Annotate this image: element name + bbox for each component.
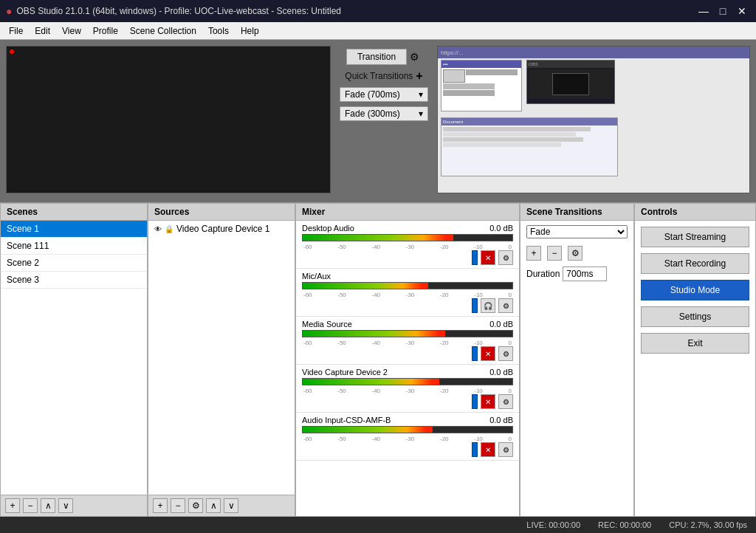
menu-profile[interactable]: Profile: [87, 24, 124, 38]
meter-fill-mic: [303, 283, 428, 289]
mixer-fader-desktop[interactable]: [472, 250, 478, 265]
gear-btn-vcam2[interactable]: ⚙: [498, 394, 513, 409]
mixer-panel: Mixer Desktop Audio 0.0 dB -60-50-40-30-…: [295, 203, 520, 517]
mute-btn-desktop[interactable]: ✕: [481, 250, 495, 265]
fake-window-1: ▪▪▪: [441, 60, 522, 111]
scenes-add-button[interactable]: +: [5, 498, 20, 513]
fade-700-dropdown[interactable]: Fade (700ms) ▾: [340, 87, 428, 102]
menu-scene-collection[interactable]: Scene Collection: [124, 24, 202, 38]
titlebar: ● OBS Studio 21.0.1 (64bit, windows) - P…: [0, 0, 756, 22]
menu-help[interactable]: Help: [235, 24, 265, 38]
doc-line-2: [443, 132, 576, 137]
doc-line-4: [443, 142, 561, 147]
fake-window-content-1: [441, 68, 521, 97]
maximize-button[interactable]: □: [715, 3, 731, 19]
menu-file[interactable]: File: [3, 24, 29, 38]
scene-item-3[interactable]: Scene 2: [1, 255, 147, 272]
sources-down-button[interactable]: ∨: [224, 498, 238, 513]
scene-transitions-content: Fade Cut Swipe Slide + − ⚙ Duration: [520, 221, 633, 516]
start-streaming-button[interactable]: Start Streaming: [641, 227, 749, 247]
transition-gear-icon[interactable]: ⚙: [410, 51, 422, 63]
source-item-1[interactable]: 👁 🔒 Video Capture Device 1: [148, 221, 295, 237]
meter-fill-media: [303, 331, 445, 337]
duration-input[interactable]: [563, 266, 607, 281]
source-eye-icon[interactable]: 👁: [154, 225, 162, 233]
fake-element-1: [443, 69, 465, 83]
sources-up-button[interactable]: ∧: [206, 498, 221, 513]
scene-item-2[interactable]: Scene 111: [1, 238, 147, 255]
mixer-fader-mic[interactable]: [472, 298, 478, 313]
titlebar-controls: — □ ✕: [695, 3, 750, 19]
transition-button[interactable]: Transition: [346, 49, 407, 65]
mixer-track-name-media: Media Source: [302, 320, 352, 329]
mixer-controls-vcam2: ✕ ⚙: [302, 394, 513, 409]
sources-remove-button[interactable]: −: [171, 498, 185, 513]
scenes-remove-button[interactable]: −: [23, 498, 38, 513]
menu-view[interactable]: View: [56, 24, 87, 38]
red-dot-indicator: [10, 49, 14, 54]
meter-scale-media: -60-50-40-30-20-100: [302, 340, 513, 346]
scenes-up-button[interactable]: ∧: [41, 498, 55, 513]
settings-button[interactable]: Settings: [641, 306, 749, 327]
transitions-panel-bottom: Scene Transitions Fade Cut Swipe Slide +…: [520, 203, 634, 517]
source-lock-icon[interactable]: 🔒: [165, 225, 173, 233]
scene-item-4[interactable]: Scene 3: [1, 272, 147, 289]
menubar: File Edit View Profile Scene Collection …: [0, 22, 756, 40]
mixer-track-name-vcam2: Video Capture Device 2: [302, 368, 388, 376]
mixer-track-desktop-audio: Desktop Audio 0.0 dB -60-50-40-30-20-100…: [296, 221, 519, 269]
mute-btn-audio-csd[interactable]: ✕: [481, 442, 495, 457]
fake-element-4: [443, 90, 495, 96]
statusbar: LIVE: 00:00:00 REC: 00:00:00 CPU: 2.7%, …: [0, 517, 756, 533]
gear-btn-media[interactable]: ⚙: [498, 346, 513, 361]
studio-mode-button[interactable]: Studio Mode: [641, 280, 749, 300]
sources-panel-header: Sources: [148, 204, 295, 221]
scenes-down-button[interactable]: ∨: [58, 498, 73, 513]
duration-label: Duration: [526, 269, 560, 279]
mute-btn-media[interactable]: ✕: [481, 346, 495, 361]
mixer-controls-desktop: ✕ ⚙: [302, 250, 513, 265]
scene-item-1[interactable]: Scene 1: [1, 221, 147, 238]
status-cpu: CPU: 2.7%, 30.00 fps: [669, 520, 747, 529]
mixer-controls-audio-csd: ✕ ⚙: [302, 442, 513, 457]
transition-select[interactable]: Fade Cut Swipe Slide: [526, 225, 628, 238]
mute-btn-mic[interactable]: 🎧: [481, 298, 495, 313]
sources-add-button[interactable]: +: [153, 498, 168, 513]
quick-transitions-add-icon[interactable]: +: [416, 69, 422, 83]
mixer-track-desktop-audio-header: Desktop Audio 0.0 dB: [302, 224, 513, 233]
menu-edit[interactable]: Edit: [29, 24, 56, 38]
mute-btn-vcam2[interactable]: ✕: [481, 394, 495, 409]
preview-area: Transition ⚙ Quick Transitions + Fade (7…: [0, 40, 756, 202]
mixer-track-audio-csd: Audio Input-CSD-AMF-B 0.0 dB -60-50-40-3…: [296, 413, 519, 461]
minimize-button[interactable]: —: [695, 3, 712, 19]
transition-gear-button[interactable]: ⚙: [568, 246, 583, 261]
mixer-controls-mic: 🎧 ⚙: [302, 298, 513, 313]
scenes-list: Scene 1 Scene 111 Scene 2 Scene 3: [1, 221, 147, 495]
gear-btn-audio-csd[interactable]: ⚙: [498, 442, 513, 457]
gear-btn-desktop[interactable]: ⚙: [498, 250, 513, 265]
transition-add-button[interactable]: +: [526, 246, 541, 261]
mixer-track-db-desktop: 0.0 dB: [489, 224, 513, 233]
fake-doc-content: [441, 125, 617, 148]
mixer-meter-desktop: [302, 234, 513, 241]
exit-button[interactable]: Exit: [641, 333, 749, 354]
start-recording-button[interactable]: Start Recording: [641, 253, 749, 274]
fade-300-dropdown[interactable]: Fade (300ms) ▾: [340, 106, 428, 121]
gear-btn-mic[interactable]: ⚙: [498, 298, 513, 313]
menu-tools[interactable]: Tools: [202, 24, 235, 38]
close-button[interactable]: ✕: [734, 3, 750, 19]
quick-transitions-row: Quick Transitions +: [345, 69, 422, 83]
mixer-fader-media[interactable]: [472, 346, 478, 361]
status-live: LIVE: 00:00:00: [526, 520, 580, 529]
mixer-meter-media: [302, 330, 513, 337]
meter-scale-vcam2: -60-50-40-30-20-100: [302, 388, 513, 394]
source-label-1: Video Capture Device 1: [176, 224, 270, 234]
transition-add-row: + − ⚙: [520, 243, 633, 264]
transition-remove-button[interactable]: −: [547, 246, 562, 261]
mixer-fader-audio-csd[interactable]: [472, 442, 478, 457]
scene-transitions-header: Scene Transitions: [520, 204, 633, 221]
meter-scale-mic: -60-50-40-30-20-100: [302, 292, 513, 298]
mixer-fader-vcam2[interactable]: [472, 394, 478, 409]
fake-obs-preview: [529, 69, 613, 99]
sources-gear-button[interactable]: ⚙: [188, 498, 203, 513]
mixer-track-name-audio-csd: Audio Input-CSD-AMF-B: [302, 416, 391, 424]
